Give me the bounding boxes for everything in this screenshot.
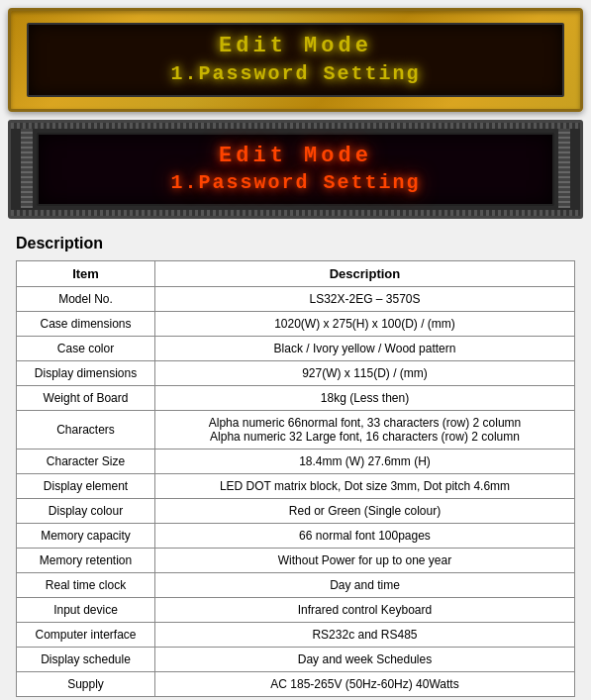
table-cell-description: RS232c and RS485 bbox=[155, 623, 575, 648]
table-cell-description: LED DOT matrix block, Dot size 3mm, Dot … bbox=[155, 474, 575, 499]
led-line1-panel1: Edit Mode bbox=[41, 33, 550, 61]
led-line1-panel2: Edit Mode bbox=[50, 143, 541, 171]
table-cell-description: 927(W) x 115(D) / (mm) bbox=[155, 361, 575, 386]
led-display-panel-2: Edit Mode 1.Password Setting bbox=[8, 120, 583, 220]
table-cell-item: Case dimensions bbox=[17, 312, 155, 337]
led-display-panel-1: Edit Mode 1.Password Setting bbox=[8, 8, 583, 112]
table-cell-item: Character Size bbox=[17, 450, 155, 474]
table-cell-item: Computer interface bbox=[17, 623, 155, 648]
table-cell-item: Display element bbox=[17, 474, 155, 499]
table-cell-description: Infrared control Keyboard bbox=[155, 598, 575, 623]
table-cell-item: Model No. bbox=[17, 287, 155, 312]
table-cell-item: Real time clock bbox=[17, 573, 155, 598]
table-cell-description: 1020(W) x 275(H) x 100(D) / (mm) bbox=[155, 312, 575, 337]
table-cell-item: Supply bbox=[17, 672, 155, 697]
table-cell-item: Memory capacity bbox=[17, 524, 155, 549]
left-dot-strip bbox=[21, 129, 33, 208]
description-section: Description Item Description Model No.LS… bbox=[0, 227, 591, 700]
table-cell-item: Display colour bbox=[17, 499, 155, 524]
table-cell-description: Alpha numeric 66normal font, 33 characte… bbox=[155, 411, 575, 450]
led-line2-panel1: 1.Password Setting bbox=[41, 61, 550, 87]
table-row: Character Size18.4mm (W) 27.6mm (H) bbox=[17, 450, 575, 474]
led-line2-panel2: 1.Password Setting bbox=[50, 170, 541, 196]
table-cell-item: Case color bbox=[17, 337, 155, 361]
table-cell-description: 66 normal font 100pages bbox=[155, 524, 575, 549]
table-cell-description: Day and time bbox=[155, 573, 575, 598]
col-header-item: Item bbox=[17, 261, 155, 287]
table-row: Display elementLED DOT matrix block, Dot… bbox=[17, 474, 575, 499]
table-row: Display dimensions927(W) x 115(D) / (mm) bbox=[17, 361, 575, 386]
table-row: SupplyAC 185-265V (50Hz-60Hz) 40Watts bbox=[17, 672, 575, 697]
table-cell-item: Display schedule bbox=[17, 648, 155, 672]
table-header-row: Item Description bbox=[17, 261, 575, 287]
table-cell-item: Weight of Board bbox=[17, 386, 155, 411]
table-cell-item: Characters bbox=[17, 411, 155, 450]
right-dot-strip bbox=[558, 129, 570, 208]
table-cell-item: Display dimensions bbox=[17, 361, 155, 386]
led-screen-2: Edit Mode 1.Password Setting bbox=[37, 133, 554, 207]
table-row: Input deviceInfrared control Keyboard bbox=[17, 598, 575, 623]
table-row: Weight of Board18kg (Less then) bbox=[17, 386, 575, 411]
table-cell-item: Input device bbox=[17, 598, 155, 623]
table-row: Model No.LS32X-2EG – 3570S bbox=[17, 287, 575, 312]
table-row: Real time clockDay and time bbox=[17, 573, 575, 598]
table-cell-description: 18.4mm (W) 27.6mm (H) bbox=[155, 450, 575, 474]
table-cell-description: Black / Ivory yellow / Wood pattern bbox=[155, 337, 575, 361]
table-row: Display colourRed or Green (Single colou… bbox=[17, 499, 575, 524]
spec-table: Item Description Model No.LS32X-2EG – 35… bbox=[16, 260, 575, 697]
table-cell-item: Memory retention bbox=[17, 549, 155, 573]
table-row: Memory retentionWithout Power for up to … bbox=[17, 549, 575, 573]
table-row: Computer interfaceRS232c and RS485 bbox=[17, 623, 575, 648]
table-row: Memory capacity66 normal font 100pages bbox=[17, 524, 575, 549]
table-row: Case colorBlack / Ivory yellow / Wood pa… bbox=[17, 337, 575, 361]
table-cell-description: Without Power for up to one year bbox=[155, 549, 575, 573]
table-row: CharactersAlpha numeric 66normal font, 3… bbox=[17, 411, 575, 450]
description-title: Description bbox=[16, 235, 575, 252]
table-cell-description: Day and week Schedules bbox=[155, 648, 575, 672]
col-header-description: Description bbox=[155, 261, 575, 287]
table-cell-description: Red or Green (Single colour) bbox=[155, 499, 575, 524]
table-cell-description: 18kg (Less then) bbox=[155, 386, 575, 411]
table-cell-description: AC 185-265V (50Hz-60Hz) 40Watts bbox=[155, 672, 575, 697]
table-row: Display scheduleDay and week Schedules bbox=[17, 648, 575, 672]
led-screen-1: Edit Mode 1.Password Setting bbox=[27, 23, 564, 97]
table-row: Case dimensions1020(W) x 275(H) x 100(D)… bbox=[17, 312, 575, 337]
table-cell-description: LS32X-2EG – 3570S bbox=[155, 287, 575, 312]
